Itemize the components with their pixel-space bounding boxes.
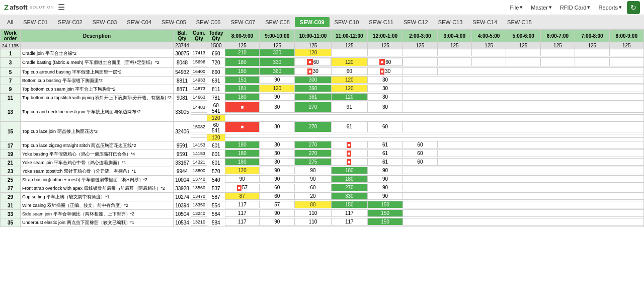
tab-sewc10[interactable]: SEW-C10 (330, 17, 364, 27)
t3-9: 360 (295, 85, 331, 92)
total-row: 24-1135 23744 1500 125 125 125 125 125 1… (1, 42, 644, 49)
work-order-27: 27 (1, 184, 21, 193)
today-21: 601 (207, 159, 225, 167)
tab-sewc08[interactable]: SEW-C08 (260, 17, 295, 27)
tab-sewc14[interactable]: SEW-C14 (467, 17, 502, 27)
t4-23: 180 (331, 167, 367, 174)
tab-sewc09[interactable]: SEW-C09 (295, 17, 330, 27)
tab-sewc04[interactable]: SEW-C04 (122, 17, 156, 27)
t1-3: 180 (225, 58, 259, 66)
t2-1: 330 (260, 49, 295, 56)
tab-sewc02[interactable]: SEW-C02 (53, 17, 88, 27)
t3-3: ■60 (295, 58, 331, 66)
data-table-container: Workorder Description Bal.Qty Cum.Qty To… (0, 29, 644, 298)
cum-21a: 14321 (191, 159, 207, 166)
t7-19 (437, 150, 643, 157)
table-row: 27 Front strap overlock with apex 四线锁骨前肩… (1, 184, 644, 191)
table-row: 35 Underbust elastic join 两点拉下面橡筋（较文已编颗）… (1, 218, 644, 226)
today-9: 811 (207, 85, 225, 94)
today-35: 584 (207, 218, 225, 227)
t1-17: 180 (225, 141, 259, 148)
tab-sewc05[interactable]: SEW-C05 (156, 17, 191, 27)
reports-menu[interactable]: Reports ▾ (595, 3, 625, 12)
t6-29 (403, 193, 644, 200)
logo-text: afsoft (10, 4, 27, 11)
bal-35: 10534 (174, 218, 191, 227)
t2-25: 90 (260, 176, 295, 183)
today-23: 570 (207, 167, 225, 176)
work-order-17: 17 (1, 141, 21, 150)
t5-23: 90 (367, 167, 403, 174)
t5-25: 90 (367, 176, 403, 183)
bal-29: 10274 (174, 193, 191, 201)
cum-13d (191, 118, 207, 122)
t1-27: ■57 (225, 184, 259, 191)
cum-15c (191, 134, 207, 138)
col-time-10-11: 10:00-11:00 (295, 30, 331, 42)
col-time-4-5: 4:00-5:00 (471, 30, 506, 42)
tab-sewc03[interactable]: SEW-C03 (88, 17, 122, 27)
t11-3 (575, 58, 609, 66)
t5-9: 30 (367, 85, 403, 92)
t5-17: 61 (367, 141, 403, 148)
work-order-31: 31 (1, 201, 21, 210)
t1-5: 180 (225, 68, 259, 75)
t2-29: 60 (260, 193, 295, 200)
col-time-6-7: 6:00-7:00 (540, 30, 575, 42)
desc-11: Top bottom cup topstitch with piping 双针开… (21, 94, 174, 102)
table-row: 31 Wire casing 双针插圈（正编、较文、前中有角度）*2 10394… (1, 201, 644, 208)
table-row: 15 Top cup lace join 两点接上胸面花边*2 32406 15… (1, 122, 644, 132)
file-menu[interactable]: File ▾ (507, 3, 526, 12)
t3-13a: 270 (295, 102, 331, 113)
total-t3: 125 (295, 42, 331, 49)
today-29: 587 (207, 193, 225, 201)
t4-11: 120 (331, 94, 367, 101)
t3-17: 270 (295, 141, 331, 148)
total-t6: 125 (403, 42, 437, 49)
t5-35: 150 (367, 218, 403, 226)
work-order-9: 9 (1, 85, 21, 94)
t3-19: 270 (295, 150, 331, 157)
tab-sewc12[interactable]: SEW-C12 (398, 17, 433, 27)
hamburger-icon[interactable]: ☰ (58, 3, 65, 12)
total-t7: 125 (437, 42, 471, 49)
t2-33: 90 (260, 210, 295, 217)
t6-1 (403, 49, 437, 56)
t6-31 (403, 201, 644, 208)
desc-5: Top cup arround basting 平车假缝上胸面里一层*2 (21, 68, 174, 77)
refresh-button[interactable]: ↻ (627, 1, 640, 14)
master-menu[interactable]: Master ▾ (528, 3, 555, 12)
tab-sewc01[interactable]: SEW-C01 (18, 17, 53, 27)
t8-3 (471, 58, 506, 66)
bal-15: 32406 (174, 122, 191, 141)
t3-25: 90 (295, 176, 331, 183)
t4-35: 117 (331, 218, 367, 226)
t8-1 (471, 49, 506, 56)
file-label: File (510, 5, 519, 11)
t5-19: 61 (367, 150, 403, 157)
t4-29: 330 (331, 193, 367, 200)
t7-1 (437, 49, 471, 56)
tab-sewc15[interactable]: SEW-C15 (502, 17, 537, 27)
tab-sewc07[interactable]: SEW-C07 (225, 17, 260, 27)
subrow-empty-35 (225, 226, 643, 227)
tab-sewc11[interactable]: SEW-C11 (364, 17, 398, 27)
tab-sewc06[interactable]: SEW-C06 (191, 17, 226, 27)
work-order-15: 15 (1, 122, 21, 141)
t4-1 (331, 49, 367, 56)
desc-1: Cradle join 平车合土台缘*2 (21, 49, 174, 58)
tab-sewc13[interactable]: SEW-C13 (433, 17, 468, 27)
work-order-21: 21 (1, 159, 21, 167)
cum-11a: 14663 (191, 94, 207, 101)
col-time-7-8: 7:00-8:00 (575, 30, 609, 42)
t5-11: 30 (367, 94, 403, 101)
t3-21: 275 (295, 159, 331, 166)
desc-31: Wire casing 双针插圈（正编、较文、前中有角度）*2 (21, 201, 174, 210)
rfid-menu[interactable]: RFID Card ▾ (557, 3, 594, 12)
t2-11: 90 (260, 94, 295, 101)
tab-all[interactable]: All (2, 17, 18, 27)
t1-1: 210 (225, 49, 259, 56)
t3-5: ■30 (295, 68, 331, 75)
total-t8: 125 (471, 42, 506, 49)
t3-7: 300 (295, 77, 331, 84)
